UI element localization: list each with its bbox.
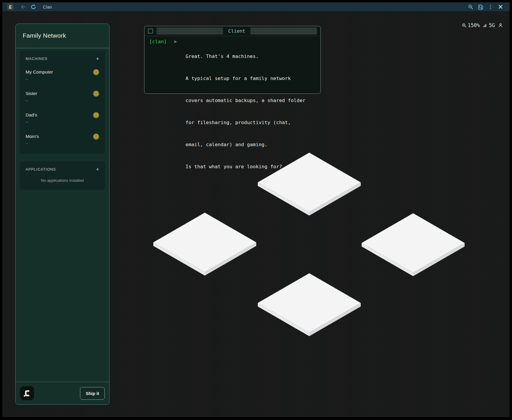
warning-icon: !	[93, 134, 99, 140]
machine-name: Mom's	[26, 133, 39, 140]
clan-logo-icon	[23, 389, 31, 398]
warning-icon: !	[93, 91, 99, 97]
back-button[interactable]	[18, 3, 28, 10]
hud-status: 150% 5G	[462, 22, 503, 28]
machine-name: Dad's	[26, 112, 37, 118]
signal-bars-icon	[483, 23, 488, 28]
machine-item[interactable]: Mom's ! –	[26, 133, 99, 146]
page-title: Clan	[43, 4, 52, 9]
kebab-menu-icon	[488, 4, 493, 9]
machine-status: –	[26, 76, 99, 82]
client-dialog-body: [clan] > Great. That's 4 machines. A typ…	[144, 36, 320, 187]
titlebar-lines-left	[157, 28, 223, 34]
refresh-button[interactable]	[28, 3, 38, 10]
machine-status: –	[26, 140, 99, 146]
sidebar-content: MACHINES + My Computer ! – Sister ! –	[16, 48, 109, 382]
applications-empty-text: No applications installed	[26, 178, 99, 184]
titlebar-lines-right	[250, 28, 317, 34]
terminal-prompt: [clan]	[149, 38, 167, 45]
browser-top-bar: Clan	[2, 2, 510, 11]
machine-tile[interactable]	[361, 213, 465, 276]
terminal-prompt-arrow: >	[174, 38, 177, 45]
applications-panel: APPLICATIONS + No applications installed	[20, 161, 105, 190]
machine-item[interactable]: Dad's ! –	[26, 112, 99, 125]
machine-tile[interactable]	[257, 273, 361, 336]
ship-it-button[interactable]: Ship it	[80, 387, 105, 400]
app-window: Clan	[2, 2, 510, 417]
machine-tile[interactable]	[153, 212, 257, 276]
machine-name: Sister	[26, 90, 37, 97]
back-arrow-icon	[21, 4, 26, 10]
add-machine-button[interactable]: +	[96, 56, 99, 61]
sidebar-header: Family Network	[16, 24, 109, 48]
machine-name: My Computer	[26, 69, 53, 75]
warning-icon: !	[93, 69, 99, 75]
clan-logo-icon	[8, 5, 13, 9]
zoom-in-magnifier-icon	[468, 4, 473, 10]
close-button[interactable]	[496, 3, 506, 10]
zoom-button[interactable]	[466, 3, 476, 10]
client-dialog-titlebar[interactable]: Client	[144, 26, 320, 36]
warning-icon: !	[93, 112, 99, 118]
machine-status: –	[26, 119, 99, 125]
add-application-button[interactable]: +	[96, 167, 99, 172]
zoom-level-indicator[interactable]: 150%	[462, 22, 480, 28]
machine-status: –	[26, 97, 99, 103]
machine-item[interactable]: My Computer ! –	[26, 69, 99, 82]
clan-logo	[20, 386, 34, 400]
client-dialog: Client [clan] > Great. That's 4 machines…	[144, 26, 321, 94]
client-dialog-title: Client	[227, 28, 247, 34]
sidebar: Family Network MACHINES + My Computer ! …	[15, 24, 109, 405]
machines-header: MACHINES	[26, 57, 48, 61]
sidebar-footer: Ship it	[16, 382, 109, 404]
network-indicator: 5G	[483, 22, 495, 28]
clan-app-icon	[7, 4, 14, 10]
close-icon	[498, 4, 503, 9]
network-type-value: 5G	[489, 22, 495, 28]
zoom-level-value: 150%	[468, 22, 480, 28]
applications-header: APPLICATIONS	[26, 167, 56, 171]
puzzle-piece-icon	[478, 4, 484, 10]
machines-panel: MACHINES + My Computer ! – Sister ! –	[20, 51, 105, 154]
refresh-icon	[31, 4, 36, 10]
terminal-message: Great. That's 4 machines. A typical setu…	[186, 38, 305, 185]
network-title: Family Network	[23, 32, 102, 39]
magnifier-plus-icon	[462, 23, 467, 28]
menu-button[interactable]	[486, 3, 496, 10]
person-icon[interactable]	[498, 23, 503, 28]
extensions-button[interactable]	[476, 3, 486, 10]
dialog-checkbox-icon[interactable]	[148, 29, 153, 34]
machine-item[interactable]: Sister ! –	[26, 90, 99, 103]
